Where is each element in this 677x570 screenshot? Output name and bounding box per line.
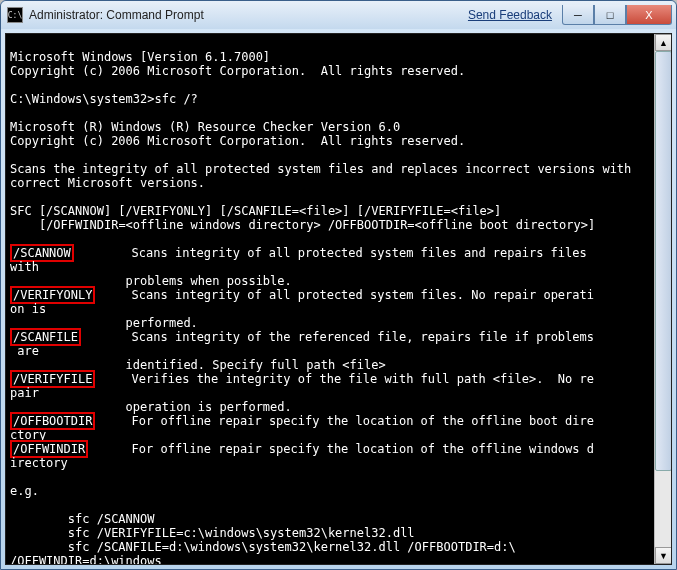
send-feedback-link[interactable]: Send Feedback [468,8,552,22]
close-button[interactable]: X [626,5,672,25]
text: For offline repair specify the location … [95,414,594,428]
scrollbar[interactable]: ▲ ▼ [654,34,671,564]
window-title: Administrator: Command Prompt [29,8,468,22]
text: Copyright (c) 2006 Microsoft Corporation… [10,64,465,78]
text: sfc /SCANNOW [10,512,155,526]
text: Microsoft Windows [Version 6.1.7000] [10,50,270,64]
text: e.g. [10,484,39,498]
text: sfc /SCANFILE=d:\windows\system32\kernel… [10,540,523,564]
text: are [10,344,39,358]
text: Copyright (c) 2006 Microsoft Corporation… [10,134,465,148]
text: Microsoft (R) Windows (R) Resource Check… [10,120,400,134]
text: Scans the integrity of all protected sys… [10,162,631,176]
text: irectory [10,456,68,470]
text: Scans integrity of the referenced file, … [81,330,594,344]
text: For offline repair specify the location … [88,442,594,456]
console-output[interactable]: Microsoft Windows [Version 6.1.7000] Cop… [6,34,671,564]
text: Verifies the integrity of the file with … [95,372,594,386]
text: correct Microsoft versions. [10,176,205,190]
scroll-down-button[interactable]: ▼ [655,547,672,564]
command-prompt-window: C:\ Administrator: Command Prompt Send F… [0,0,677,570]
scroll-thumb[interactable] [655,51,672,471]
text: sfc /VERIFYFILE=c:\windows\system32\kern… [10,526,415,540]
prompt-line: C:\Windows\system32>sfc /? [10,92,198,106]
titlebar[interactable]: C:\ Administrator: Command Prompt Send F… [1,1,676,29]
text: Scans integrity of all protected system … [74,246,587,260]
scroll-up-button[interactable]: ▲ [655,34,672,51]
window-controls: ─ □ X [562,5,672,25]
console-area: Microsoft Windows [Version 6.1.7000] Cop… [5,33,672,565]
minimize-button[interactable]: ─ [562,5,594,25]
text: on is [10,302,46,316]
cmd-icon: C:\ [7,7,23,23]
text: pair [10,386,39,400]
text: SFC [/SCANNOW] [/VERIFYONLY] [/SCANFILE=… [10,204,501,218]
text: [/OFFWINDIR=<offline windows directory> … [10,218,595,232]
text: with [10,260,39,274]
text: Scans integrity of all protected system … [95,288,594,302]
maximize-button[interactable]: □ [594,5,626,25]
